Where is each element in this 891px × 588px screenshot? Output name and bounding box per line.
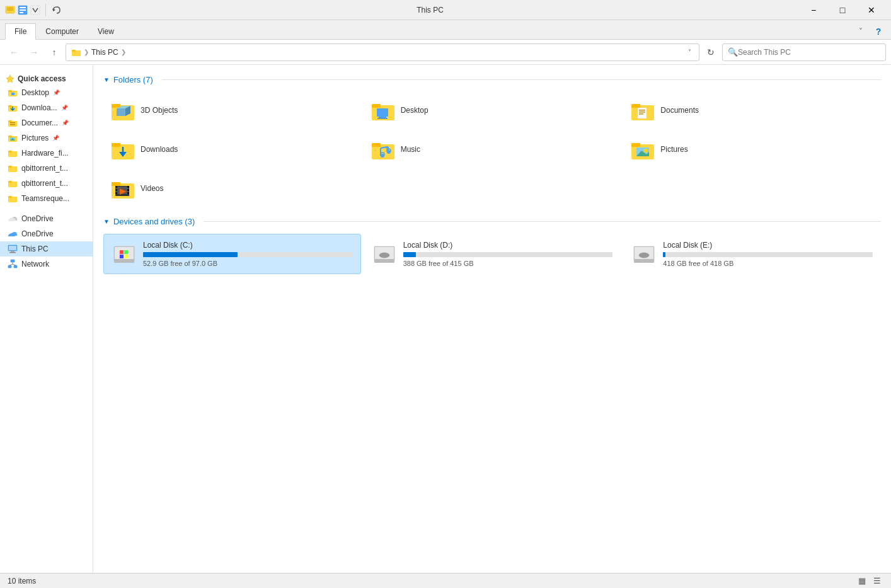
svg-rect-54: [631, 104, 640, 108]
view-large-icons-button[interactable]: ▦: [856, 575, 868, 587]
drive-icon-e: [631, 241, 657, 267]
undo-icon[interactable]: [51, 5, 61, 15]
sidebar-thispc-label: This PC: [21, 245, 49, 253]
svg-rect-99: [634, 259, 654, 263]
svg-rect-51: [379, 117, 386, 118]
search-box[interactable]: 🔍: [722, 43, 886, 61]
svg-line-42: [13, 264, 16, 265]
drive-item-d[interactable]: Local Disk (D:) 388 GB free of 415 GB: [364, 234, 621, 274]
svg-rect-30: [8, 181, 12, 183]
title-bar-title: This PC: [61, 6, 799, 14]
address-bar[interactable]: ❯ This PC ❯ ˅: [66, 43, 699, 61]
svg-rect-16: [8, 105, 12, 107]
ribbon-expand-button[interactable]: ˅: [853, 24, 868, 39]
breadcrumb: ❯ This PC ❯: [71, 47, 686, 57]
breadcrumb-arrow-2: ❯: [121, 49, 126, 55]
folder-breadcrumb-icon: [71, 47, 81, 57]
folder-item-downloads[interactable]: Downloads: [103, 131, 361, 168]
sidebar-item-hardware[interactable]: Hardware_fi...: [0, 146, 93, 161]
help-button[interactable]: ?: [871, 24, 886, 39]
view-details-button[interactable]: ☰: [871, 575, 883, 587]
drive-icon-d: [372, 241, 397, 267]
sidebar-item-onedrive1[interactable]: OneDrive: [0, 211, 93, 226]
svg-point-74: [644, 149, 648, 153]
folders-section-label: Folders (7): [113, 75, 153, 84]
close-button[interactable]: ✕: [857, 0, 886, 20]
svg-rect-49: [372, 104, 381, 108]
sidebar-onedrive2-label: OneDrive: [21, 229, 54, 238]
folder-icon-videos: [110, 176, 135, 201]
drives-section-header[interactable]: ▼ Devices and drives (3): [103, 217, 881, 226]
folder-icon-pictures: [630, 137, 655, 162]
folder-icon-teams: [8, 193, 18, 204]
svg-rect-18: [8, 120, 12, 122]
svg-rect-37: [11, 260, 14, 262]
folders-section-header[interactable]: ▼ Folders (7): [103, 75, 881, 84]
svg-rect-5: [20, 9, 26, 11]
svg-rect-10: [72, 50, 76, 52]
qat-icon-2[interactable]: [18, 5, 28, 15]
drive-e-free: 418 GB free of 418 GB: [663, 260, 873, 267]
svg-rect-20: [10, 124, 15, 125]
svg-rect-35: [9, 252, 16, 253]
thispc-icon: [8, 244, 18, 254]
forward-button[interactable]: →: [25, 43, 43, 61]
refresh-button[interactable]: ↻: [702, 43, 720, 61]
sidebar-item-documents[interactable]: Documer... 📌: [0, 115, 93, 130]
qat-icon-3[interactable]: [30, 5, 40, 15]
minimize-button[interactable]: −: [799, 0, 828, 20]
folder-item-videos[interactable]: Videos: [103, 170, 361, 207]
svg-rect-6: [20, 12, 23, 13]
svg-rect-55: [638, 108, 647, 118]
maximize-button[interactable]: □: [828, 0, 857, 20]
sidebar-item-pictures[interactable]: Pictures 📌: [0, 130, 93, 146]
folder-desktop-name: Desktop: [401, 106, 428, 115]
tab-computer[interactable]: Computer: [36, 23, 88, 39]
sidebar-item-teamsreque[interactable]: Teamsreque...: [0, 191, 93, 206]
sidebar-item-onedrive2[interactable]: OneDrive: [0, 226, 93, 241]
drive-e-info: Local Disk (E:) 418 GB free of 418 GB: [663, 241, 873, 267]
status-item-count: 10 items: [8, 577, 36, 585]
sidebar-desktop-label: Desktop: [21, 88, 49, 97]
sidebar-item-qbt2[interactable]: qbittorrent_t...: [0, 176, 93, 191]
folder-icon-documents: [630, 98, 655, 123]
tab-view[interactable]: View: [88, 23, 124, 39]
sidebar-quickaccess-header[interactable]: Quick access: [0, 70, 93, 85]
sidebar-item-desktop[interactable]: Desktop 📌: [0, 85, 93, 100]
pin-icon-documents: 📌: [62, 120, 69, 126]
folder-videos-name: Videos: [141, 184, 163, 193]
drive-d-free: 388 GB free of 415 GB: [403, 260, 613, 267]
pictures-folder-icon: [8, 133, 18, 143]
tab-file[interactable]: File: [5, 23, 36, 40]
folder-3dobjects-name: 3D Objects: [141, 106, 178, 115]
svg-rect-34: [11, 251, 14, 252]
svg-line-41: [9, 264, 13, 265]
folder-item-documents[interactable]: Documents: [623, 92, 881, 129]
qat-icon-1[interactable]: [5, 5, 15, 15]
svg-rect-19: [10, 122, 15, 124]
folder-item-pictures[interactable]: Pictures: [623, 131, 881, 168]
drive-item-c[interactable]: Local Disk (C:) 52.9 GB free of 97.0 GB: [103, 234, 361, 274]
network-icon: [8, 259, 18, 269]
sidebar-item-downloads[interactable]: Downloa... 📌: [0, 100, 93, 115]
svg-rect-90: [124, 250, 128, 254]
search-input[interactable]: [738, 48, 880, 57]
drive-d-name: Local Disk (D:): [403, 241, 613, 250]
pin-icon-downloads: 📌: [61, 105, 68, 111]
folder-item-3dobjects[interactable]: 3D Objects: [103, 92, 361, 129]
drive-icon-c: [112, 241, 137, 267]
ribbon-tabs: File Computer View ˅ ?: [0, 20, 891, 39]
drive-item-e[interactable]: Local Disk (E:) 418 GB free of 418 GB: [623, 234, 881, 274]
address-dropdown[interactable]: ˅: [686, 49, 694, 55]
drive-d-info: Local Disk (D:) 388 GB free of 415 GB: [403, 241, 613, 267]
sidebar-item-network[interactable]: Network: [0, 257, 93, 272]
sidebar-item-thispc[interactable]: This PC: [0, 241, 93, 257]
svg-rect-84: [127, 192, 129, 194]
folder-item-desktop[interactable]: Desktop: [364, 92, 621, 129]
desktop-folder-icon: [8, 88, 18, 98]
svg-rect-83: [127, 189, 129, 191]
back-button[interactable]: ←: [5, 43, 23, 61]
up-button[interactable]: ↑: [45, 43, 63, 61]
folder-item-music[interactable]: Music: [364, 131, 621, 168]
sidebar-item-qbt1[interactable]: qbittorrent_t...: [0, 161, 93, 176]
